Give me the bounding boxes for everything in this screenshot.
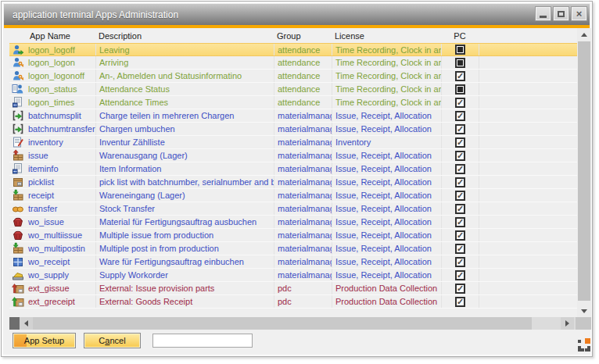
pc-checkbox-cell[interactable]: ✓	[441, 295, 479, 308]
license-cell: Issue, Receipt, Allocation	[332, 189, 441, 202]
table-row[interactable]: logon_logoffLeavingattendanceTime Record…	[9, 43, 577, 56]
pc-checkbox-checked[interactable]: ✓	[455, 270, 465, 280]
table-row[interactable]: wo_multiissueMultiple issue from product…	[9, 229, 577, 242]
pc-checkbox-checked[interactable]: ✓	[455, 111, 465, 121]
pc-checkbox-cell[interactable]	[441, 44, 479, 55]
table-row[interactable]: receiptWareneingang (Lager)materialmanag…	[9, 189, 577, 202]
minimize-button[interactable]	[536, 7, 551, 20]
resize-grip-icon[interactable]	[577, 337, 591, 352]
table-row[interactable]: wo_supplySupply Workordermaterialmanagem…	[9, 269, 577, 282]
vertical-scrollbar[interactable]	[577, 28, 591, 317]
table-row[interactable]: issueWarenausgang (Lager)materialmanagem…	[9, 149, 577, 162]
table-row[interactable]: wo_receiptWare für Fertigungsauftrag ein…	[9, 255, 577, 269]
pc-checkbox-checked[interactable]: ✓	[455, 164, 465, 174]
pc-checkbox-cell[interactable]: ✓	[441, 189, 479, 202]
table-row[interactable]: transferStock Transfermaterialmanagement…	[9, 202, 577, 216]
cancel-button[interactable]: Cancel	[84, 333, 141, 348]
pc-checkbox-filled[interactable]	[455, 45, 465, 55]
table-row[interactable]: batchnumtransferChargen umbuchenmaterial…	[9, 123, 577, 136]
pc-checkbox-checked[interactable]: ✓	[455, 151, 465, 161]
license-cell: Issue, Receipt, Allocation	[332, 216, 441, 228]
pc-checkbox-cell[interactable]: ✓	[441, 242, 479, 255]
scroll-up-button[interactable]	[577, 28, 591, 41]
pc-checkbox-cell[interactable]: ✓	[441, 255, 479, 268]
pc-checkbox-checked[interactable]: ✓	[455, 244, 465, 254]
pc-checkbox-cell[interactable]: ✓	[441, 70, 479, 82]
horizontal-scrollbar-thumb[interactable]	[33, 317, 532, 330]
scroll-down-button[interactable]	[577, 305, 591, 317]
footer-text-input[interactable]	[152, 334, 253, 348]
app-name-cell: issue	[27, 149, 95, 162]
pc-checkbox-checked[interactable]: ✓	[455, 124, 465, 134]
description-cell: Attendance Times	[95, 96, 274, 109]
row-filler	[479, 96, 577, 109]
table-row[interactable]: ext_greceiptExternal: Goods ReceiptpdcPr…	[9, 295, 577, 309]
transfer-boxes-icon	[9, 202, 27, 215]
vertical-scrollbar-thumb[interactable]	[578, 41, 590, 301]
pc-checkbox-cell[interactable]: ✓	[441, 109, 479, 122]
table-row[interactable]: inventoryInventur Zähllistematerialmanag…	[9, 136, 577, 149]
pc-checkbox-cell[interactable]	[441, 83, 479, 95]
license-cell: Time Recording, Clock in and out	[332, 83, 441, 95]
table-row[interactable]: wo_issueMaterial für Fertigungsauftrag a…	[9, 216, 577, 229]
app-setup-button[interactable]: App Setup	[13, 333, 76, 348]
pc-checkbox-cell[interactable]: ✓	[441, 176, 479, 188]
pc-checkbox-checked[interactable]: ✓	[455, 71, 465, 81]
pc-checkbox-checked[interactable]: ✓	[455, 284, 465, 294]
pc-checkbox-cell[interactable]: ✓	[441, 216, 479, 228]
table-row[interactable]: ext_gissueExternal: Issue provision part…	[9, 282, 577, 295]
table-row[interactable]: logon_statusAttendance StatusattendanceT…	[9, 83, 577, 96]
group-cell: materialmanagement	[274, 242, 332, 255]
header-pc[interactable]: PC	[441, 30, 479, 43]
pc-checkbox-checked[interactable]: ✓	[455, 217, 465, 227]
header-app-name[interactable]: App Name	[27, 30, 95, 43]
table-row[interactable]: logon_logonArrivingattendanceTime Record…	[9, 56, 577, 70]
description-cell: An-, Abmelden und Statusinformatino	[95, 70, 274, 82]
scroll-left-button[interactable]	[20, 317, 33, 330]
pc-checkbox-cell[interactable]: ✓	[441, 96, 479, 109]
maximize-button[interactable]	[554, 7, 569, 20]
header-group[interactable]: Group	[274, 30, 332, 43]
titlebar[interactable]: application terminal Apps Administration…	[4, 4, 590, 25]
table-row[interactable]: wo_multipostinMultiple post in from prod…	[9, 242, 577, 255]
pc-checkbox-checked[interactable]: ✓	[455, 204, 465, 214]
horizontal-scrollbar[interactable]	[9, 317, 591, 330]
pc-checkbox-cell[interactable]: ✓	[441, 269, 479, 281]
license-cell: Issue, Receipt, Allocation	[332, 176, 441, 188]
pc-checkbox-filled[interactable]	[455, 58, 465, 68]
pc-checkbox-cell[interactable]: ✓	[441, 136, 479, 148]
table-row[interactable]: picklistpick list with batchnumber, seri…	[9, 176, 577, 189]
pc-checkbox-checked[interactable]: ✓	[455, 137, 465, 148]
scroll-right-button[interactable]	[561, 317, 574, 330]
pc-checkbox-cell[interactable]	[441, 56, 479, 69]
pc-checkbox-cell[interactable]: ✓	[441, 162, 479, 175]
pc-checkbox-checked[interactable]: ✓	[455, 230, 465, 241]
table-row[interactable]: logon_timesAttendance TimesattendanceTim…	[9, 96, 577, 109]
row-filler	[479, 70, 577, 82]
picklist-box-icon	[9, 176, 27, 188]
pc-checkbox-checked[interactable]: ✓	[455, 177, 465, 187]
arrow-right-icon	[565, 320, 569, 327]
pc-checkbox-cell[interactable]: ✓	[441, 123, 479, 135]
app-name-cell: receipt	[27, 189, 95, 202]
pc-checkbox-filled[interactable]	[455, 84, 465, 95]
pc-checkbox-cell[interactable]: ✓	[441, 282, 479, 294]
header-license[interactable]: License	[332, 30, 441, 43]
pc-checkbox-cell[interactable]: ✓	[441, 202, 479, 215]
close-button[interactable]: ×	[572, 7, 586, 20]
header-description[interactable]: Description	[95, 30, 274, 43]
pc-checkbox-checked[interactable]: ✓	[455, 191, 465, 201]
license-cell: Issue, Receipt, Allocation	[332, 109, 441, 122]
pc-checkbox-cell[interactable]: ✓	[441, 229, 479, 241]
pc-checkbox-checked[interactable]: ✓	[455, 257, 465, 267]
table-row[interactable]: batchnumsplitCharge teilen in mehreren C…	[9, 109, 577, 123]
app-name-cell: logon_logonoff	[27, 70, 95, 82]
pc-checkbox-checked[interactable]: ✓	[455, 297, 465, 307]
hscroll-track[interactable]	[532, 317, 561, 330]
pc-checkbox-checked[interactable]: ✓	[455, 98, 465, 108]
table-row[interactable]: iteminfoItem Informationmaterialmanageme…	[9, 162, 577, 176]
description-cell: Multiple issue from production	[95, 229, 274, 241]
table-row[interactable]: logon_logonoffAn-, Abmelden und Statusin…	[9, 70, 577, 83]
license-cell: Issue, Receipt, Allocation	[332, 242, 441, 255]
pc-checkbox-cell[interactable]: ✓	[441, 149, 479, 162]
